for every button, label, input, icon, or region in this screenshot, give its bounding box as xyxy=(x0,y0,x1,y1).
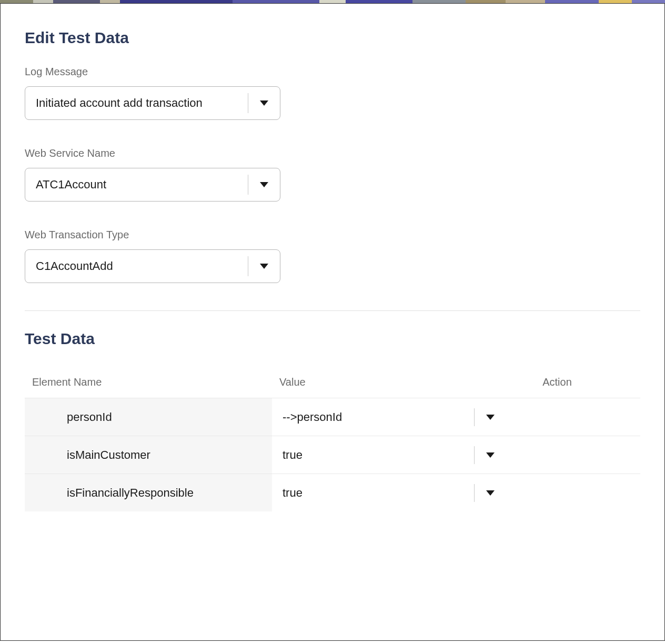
header-element-name: Element Name xyxy=(32,376,279,388)
caret-down-icon xyxy=(486,415,495,420)
caret-down-icon xyxy=(486,490,495,496)
caret-down-icon xyxy=(486,452,495,458)
cell-element-name: personId xyxy=(25,398,272,436)
edit-test-data-panel: Edit Test Data Log Message Initiated acc… xyxy=(0,3,665,641)
log-message-value: Initiated account add transaction xyxy=(25,96,248,110)
web-transaction-type-select[interactable]: C1AccountAdd xyxy=(25,249,280,283)
log-message-field-group: Log Message Initiated account add transa… xyxy=(25,66,640,120)
row-action-dropdown[interactable] xyxy=(474,406,495,428)
web-transaction-type-dropdown-toggle[interactable] xyxy=(248,264,280,269)
action-divider xyxy=(474,408,475,426)
web-transaction-type-field-group: Web Transaction Type C1AccountAdd xyxy=(25,229,640,283)
caret-down-icon xyxy=(260,264,268,269)
caret-down-icon xyxy=(260,100,268,106)
header-value: Value xyxy=(279,376,474,388)
cell-element-name: isMainCustomer xyxy=(25,436,272,474)
section-divider xyxy=(25,310,640,311)
table-header-row: Element Name Value Action xyxy=(25,367,640,398)
log-message-label: Log Message xyxy=(25,66,640,78)
log-message-select[interactable]: Initiated account add transaction xyxy=(25,86,280,120)
cell-action xyxy=(467,482,640,504)
row-action-dropdown[interactable] xyxy=(474,482,495,504)
web-service-name-value: ATC1Account xyxy=(25,178,248,192)
row-action-dropdown[interactable] xyxy=(474,444,495,466)
action-divider xyxy=(474,484,475,502)
test-data-title: Test Data xyxy=(25,330,640,348)
caret-down-icon xyxy=(260,182,268,187)
web-service-name-dropdown-toggle[interactable] xyxy=(248,182,280,187)
header-action: Action xyxy=(474,376,640,388)
cell-value: true xyxy=(272,448,467,462)
web-service-name-label: Web Service Name xyxy=(25,147,640,159)
cell-value: true xyxy=(272,486,467,500)
edit-test-data-title: Edit Test Data xyxy=(25,29,640,47)
cell-value: -->personId xyxy=(272,410,467,424)
test-data-table: Element Name Value Action personId -->pe… xyxy=(25,367,640,511)
web-transaction-type-value: C1AccountAdd xyxy=(25,259,248,273)
cell-element-name: isFinanciallyResponsible xyxy=(25,474,272,511)
web-transaction-type-label: Web Transaction Type xyxy=(25,229,640,241)
table-row: isMainCustomer true xyxy=(25,436,640,474)
table-row: personId -->personId xyxy=(25,398,640,436)
log-message-dropdown-toggle[interactable] xyxy=(248,100,280,106)
web-service-name-field-group: Web Service Name ATC1Account xyxy=(25,147,640,202)
web-service-name-select[interactable]: ATC1Account xyxy=(25,168,280,202)
cell-action xyxy=(467,444,640,466)
action-divider xyxy=(474,446,475,464)
cell-action xyxy=(467,406,640,428)
table-row: isFinanciallyResponsible true xyxy=(25,474,640,511)
